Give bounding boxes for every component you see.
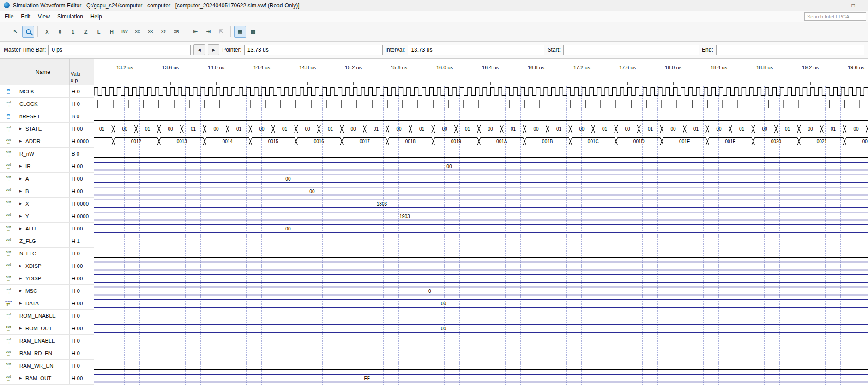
start-input[interactable] bbox=[563, 45, 699, 55]
wave-alu[interactable]: 00 bbox=[94, 225, 868, 233]
signal-row-state[interactable]: out→▶STATEH 00 bbox=[0, 123, 94, 135]
wave-addr[interactable]: 00120013001400150016001700180019001A001B… bbox=[94, 138, 868, 145]
wave-state[interactable]: 0100010001000100010001000100010001000100… bbox=[94, 125, 868, 133]
signal-row-n-flg[interactable]: out→N_FLGH 0 bbox=[0, 248, 94, 260]
signal-row-a[interactable]: out→▶AH 00 bbox=[0, 173, 94, 185]
next-transition-button[interactable]: ⇥ bbox=[202, 26, 214, 38]
edge-navigate-button[interactable]: ⇱ bbox=[215, 26, 227, 38]
menu-simulation[interactable]: Simulation bbox=[54, 12, 87, 21]
expand-icon[interactable]: ▶ bbox=[19, 289, 25, 293]
arbitrary-value-button[interactable]: X? bbox=[157, 26, 169, 38]
expand-icon[interactable]: ▶ bbox=[19, 202, 25, 206]
wave-ir[interactable]: 00 bbox=[94, 163, 868, 170]
count-value-button[interactable]: XC bbox=[132, 26, 144, 38]
wave-x[interactable]: 1803 bbox=[94, 200, 868, 208]
signal-row-ir[interactable]: out→▶IRH 00 bbox=[0, 160, 94, 173]
high-impedance-button[interactable]: Z bbox=[80, 26, 92, 38]
expand-icon[interactable]: ▶ bbox=[19, 277, 25, 280]
random-values-button[interactable]: XR bbox=[170, 26, 182, 38]
wave-y[interactable]: 1903 bbox=[94, 212, 868, 220]
time-forward-button[interactable]: ▶ bbox=[208, 44, 219, 55]
time-back-button[interactable]: ◀ bbox=[193, 44, 205, 55]
signal-row-ram-rd-en[interactable]: out→RAM_RD_ENH 0 bbox=[0, 347, 94, 360]
signal-name: IR bbox=[25, 163, 31, 169]
icon-cell: in→ bbox=[0, 110, 17, 122]
search-input[interactable] bbox=[804, 12, 866, 21]
expand-icon[interactable]: ▶ bbox=[19, 139, 25, 143]
weak-low-button[interactable]: L bbox=[93, 26, 105, 38]
signal-row-rom-out[interactable]: out→▶ROM_OUTH 00 bbox=[0, 322, 94, 335]
forcing-unknown-button[interactable]: X bbox=[41, 26, 53, 38]
wave-b[interactable]: 00 bbox=[94, 187, 868, 195]
interval-input[interactable] bbox=[408, 45, 544, 55]
wave-msc[interactable]: 0 bbox=[94, 287, 868, 295]
signal-row-addr[interactable]: out→▶ADDRH 0000 bbox=[0, 135, 94, 148]
wave-ram-out[interactable]: FF bbox=[94, 375, 868, 382]
signal-row-mclk[interactable]: in→MCLKH 0 bbox=[0, 85, 94, 98]
icon-cell: in→ bbox=[0, 85, 17, 97]
expand-icon[interactable]: ▶ bbox=[19, 327, 25, 330]
menu-file[interactable]: File bbox=[1, 12, 17, 21]
expand-icon[interactable]: ▶ bbox=[19, 302, 25, 305]
svg-text:0014: 0014 bbox=[223, 139, 233, 144]
menu-help[interactable]: Help bbox=[87, 12, 106, 21]
clock-value-button[interactable]: XK bbox=[145, 26, 157, 38]
forcing-high-button[interactable]: 1 bbox=[67, 26, 79, 38]
signal-row-ram-enable[interactable]: out→RAM_ENABLEH 0 bbox=[0, 335, 94, 347]
signal-row-b[interactable]: out→▶BH 00 bbox=[0, 185, 94, 198]
maximize-button[interactable]: □ bbox=[843, 0, 863, 11]
master-time-input[interactable] bbox=[48, 45, 191, 55]
expand-icon[interactable]: ▶ bbox=[19, 189, 25, 193]
zoom-tool-button[interactable] bbox=[22, 26, 34, 38]
menu-view[interactable]: View bbox=[34, 12, 54, 21]
expand-icon[interactable]: ▶ bbox=[19, 264, 25, 268]
wave-rom-out[interactable]: 00 bbox=[94, 325, 868, 333]
menu-edit[interactable]: Edit bbox=[17, 12, 34, 21]
svg-text:0019: 0019 bbox=[451, 139, 462, 144]
snap-to-grid-button[interactable]: ▦ bbox=[234, 26, 246, 38]
selection-tool-button[interactable]: ↖ bbox=[9, 26, 21, 38]
signal-row-alu[interactable]: out→▶ALUH 00 bbox=[0, 223, 94, 235]
pointer-input[interactable] bbox=[244, 45, 383, 55]
expand-icon[interactable]: ▶ bbox=[19, 164, 25, 168]
signal-row-nreset[interactable]: in→nRESETB 0 bbox=[0, 110, 94, 123]
signal-row-r-nw[interactable]: out→R_nWB 0 bbox=[0, 148, 94, 160]
expand-icon[interactable]: ▶ bbox=[19, 214, 25, 218]
wave-clock[interactable] bbox=[94, 100, 868, 108]
wave-a[interactable]: 00 bbox=[94, 175, 868, 183]
time-tick bbox=[353, 82, 354, 85]
svg-text:01: 01 bbox=[511, 127, 516, 132]
weak-high-button[interactable]: H bbox=[106, 26, 118, 38]
waveform-area[interactable]: 0100010001000100010001000100010001000100… bbox=[94, 85, 868, 385]
signal-row-rom-enable[interactable]: out→ROM_ENABLEH 0 bbox=[0, 310, 94, 322]
waveform-panel: 13.2 us13.6 us14.0 us14.4 us14.8 us15.2 … bbox=[94, 59, 868, 387]
invert-button[interactable]: INV bbox=[119, 26, 131, 38]
timeline-header[interactable]: 13.2 us13.6 us14.0 us14.4 us14.8 us15.2 … bbox=[94, 59, 868, 85]
forcing-low-button[interactable]: 0 bbox=[54, 26, 66, 38]
wave-data[interactable]: 00 bbox=[94, 300, 868, 308]
prev-transition-button[interactable]: ⇤ bbox=[189, 26, 201, 38]
minimize-button[interactable]: — bbox=[823, 0, 843, 11]
icon-cell: out→ bbox=[0, 372, 17, 384]
icon-cell: out→ bbox=[0, 198, 17, 210]
end-input[interactable] bbox=[716, 45, 864, 55]
wave-xdisp[interactable] bbox=[94, 262, 868, 270]
signal-row-clock[interactable]: out→CLOCKH 0 bbox=[0, 98, 94, 110]
signal-row-ydisp[interactable]: out→▶YDISPH 00 bbox=[0, 272, 94, 285]
signal-row-msc[interactable]: out→▶MSCH 0 bbox=[0, 285, 94, 297]
wave-mclk[interactable] bbox=[94, 88, 868, 96]
signal-row-y[interactable]: out→▶YH 0000 bbox=[0, 210, 94, 223]
signal-row-ram-wr-en[interactable]: out→RAM_WR_ENH 0 bbox=[0, 360, 94, 372]
signal-row-xdisp[interactable]: out→▶XDISPH 00 bbox=[0, 260, 94, 272]
expand-icon[interactable]: ▶ bbox=[19, 227, 25, 230]
port-out-icon: out→ bbox=[3, 213, 14, 220]
wave-ydisp[interactable] bbox=[94, 275, 868, 283]
signal-row-ram-out[interactable]: out→▶RAM_OUTH 00 bbox=[0, 372, 94, 385]
expand-icon[interactable]: ▶ bbox=[19, 127, 25, 131]
expand-icon[interactable]: ▶ bbox=[19, 177, 25, 181]
signal-row-z-flg[interactable]: out→Z_FLGH 1 bbox=[0, 235, 94, 248]
signal-row-data[interactable]: inout⇄▶DATAH 00 bbox=[0, 297, 94, 310]
expand-icon[interactable]: ▶ bbox=[19, 376, 25, 380]
signal-row-x[interactable]: out→▶XH 0000 bbox=[0, 198, 94, 210]
snap-to-transition-button[interactable]: ▩ bbox=[247, 26, 259, 38]
